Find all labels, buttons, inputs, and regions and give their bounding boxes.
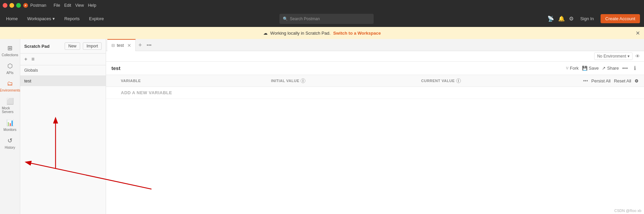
banner-close-button[interactable]: ✕ bbox=[636, 30, 640, 36]
table-more-button[interactable]: ••• bbox=[583, 78, 588, 83]
fork-icon: ⑂ bbox=[566, 66, 569, 71]
tab-overflow-button[interactable]: ••• bbox=[144, 42, 154, 48]
search-icon: 🔍 bbox=[283, 16, 288, 21]
cloud-icon: ☁ bbox=[263, 31, 268, 36]
col-initial-header: INITIAL VALUE i bbox=[271, 78, 421, 83]
col-variable-header: VARIABLE bbox=[121, 79, 271, 83]
minimize-button[interactable] bbox=[9, 3, 14, 8]
sidebar-toolbar: + ≡ bbox=[20, 54, 106, 65]
tab-close-button[interactable]: ✕ bbox=[127, 43, 131, 48]
initial-value-info-icon[interactable]: i bbox=[301, 78, 305, 83]
table-header: VARIABLE INITIAL VALUE i CURRENT VALUE i… bbox=[106, 75, 644, 87]
env-selector-bar: No Environment ▾ 👁 bbox=[106, 51, 644, 62]
sidebar-item-history[interactable]: ↺ History bbox=[1, 134, 20, 152]
request-header: test ⑂ Fork 💾 Save ↗ Share ••• ℹ bbox=[106, 62, 644, 75]
environment-test-item[interactable]: test bbox=[20, 76, 106, 86]
bottom-bar: CSDN @Roo xb bbox=[612, 207, 644, 214]
banner-text: Working locally in Scratch Pad. bbox=[270, 31, 331, 36]
apis-icon: ⬡ bbox=[7, 62, 13, 70]
top-nav: Home Workspaces ▾ Reports Explore 🔍 Sear… bbox=[0, 11, 644, 27]
menu-edit[interactable]: Edit bbox=[64, 3, 71, 8]
col-current-header: CURRENT VALUE i bbox=[421, 78, 571, 83]
app-logo: P bbox=[23, 3, 28, 8]
table-col-actions: ••• Persist All Reset All ⚙ bbox=[571, 78, 639, 83]
svg-text:P: P bbox=[25, 4, 27, 7]
new-tab-button[interactable]: + bbox=[136, 39, 145, 51]
chevron-down-icon: ▾ bbox=[628, 54, 630, 59]
current-value-info-icon[interactable]: i bbox=[456, 78, 461, 83]
settings-icon[interactable]: ⚙ bbox=[569, 15, 574, 22]
filter-button[interactable]: ≡ bbox=[30, 56, 36, 63]
notification-bell-icon[interactable]: 🔔 bbox=[558, 15, 565, 22]
nav-explore[interactable]: Explore bbox=[87, 15, 106, 23]
sign-in-button[interactable]: Sign In bbox=[578, 15, 597, 23]
credit-text: CSDN @Roo xb bbox=[614, 209, 641, 213]
sidebar-header: Scratch Pad New Import bbox=[20, 39, 106, 54]
environment-selector[interactable]: No Environment ▾ bbox=[594, 52, 633, 60]
chevron-down-icon: ▾ bbox=[53, 16, 55, 21]
tab-env-icon: ⊟ bbox=[111, 43, 115, 48]
mock-servers-icon: ⬜ bbox=[6, 98, 14, 105]
variable-table: VARIABLE INITIAL VALUE i CURRENT VALUE i… bbox=[106, 75, 644, 214]
nav-reports[interactable]: Reports bbox=[62, 15, 82, 23]
globals-item[interactable]: Globals bbox=[20, 65, 106, 76]
title-bar: P Postman File Edit View Help bbox=[0, 0, 644, 11]
nav-home[interactable]: Home bbox=[4, 15, 20, 23]
maximize-button[interactable] bbox=[16, 3, 21, 8]
create-account-button[interactable]: Create Account bbox=[601, 14, 640, 23]
add-variable-row[interactable]: Add a new variable bbox=[106, 87, 644, 99]
sidebar-item-collections[interactable]: ⊞ Collections bbox=[1, 42, 20, 60]
satellite-icon[interactable]: 📡 bbox=[547, 15, 554, 22]
switch-workspace-link[interactable]: Switch to a Workspace bbox=[333, 31, 381, 36]
sidebar-icons: ⊞ Collections ⬡ APIs 🗂 Environments ⬜ Mo… bbox=[0, 39, 20, 214]
app-name: Postman bbox=[30, 3, 46, 8]
import-button[interactable]: Import bbox=[83, 42, 102, 50]
add-environment-button[interactable]: + bbox=[23, 56, 29, 63]
reset-all-button[interactable]: Reset All bbox=[614, 78, 631, 83]
more-options-button[interactable]: ••• bbox=[622, 65, 628, 71]
sidebar-panel: Scratch Pad New Import + ≡ Globals test bbox=[20, 39, 106, 214]
content-area: ⊟ test ✕ + ••• No Environment ▾ 👁 test ⑂… bbox=[106, 39, 644, 214]
history-icon: ↺ bbox=[7, 137, 12, 144]
persist-all-button[interactable]: Persist All bbox=[591, 78, 611, 83]
tab-bar: ⊟ test ✕ + ••• bbox=[106, 39, 644, 51]
scratch-pad-banner: ☁ Working locally in Scratch Pad. Switch… bbox=[0, 27, 644, 39]
menu-view[interactable]: View bbox=[75, 3, 84, 8]
eye-icon[interactable]: 👁 bbox=[635, 54, 640, 59]
sidebar-item-monitors[interactable]: 📊 Monitors bbox=[1, 116, 20, 134]
sidebar-item-mock-servers[interactable]: ⬜ Mock Servers bbox=[1, 95, 20, 116]
search-bar[interactable]: 🔍 Search Postman bbox=[279, 14, 374, 24]
close-button[interactable] bbox=[3, 3, 7, 8]
env-label: No Environment bbox=[597, 54, 626, 59]
sidebar-title: Scratch Pad bbox=[24, 44, 49, 49]
environments-icon: 🗂 bbox=[7, 80, 13, 87]
info-button[interactable]: ℹ bbox=[631, 65, 639, 71]
share-button[interactable]: ↗ Share bbox=[602, 66, 619, 71]
main-layout: ⊞ Collections ⬡ APIs 🗂 Environments ⬜ Mo… bbox=[0, 39, 644, 214]
collections-icon: ⊞ bbox=[7, 44, 12, 52]
menu-help[interactable]: Help bbox=[88, 3, 96, 8]
add-variable-placeholder: Add a new variable bbox=[121, 90, 172, 95]
sidebar-item-apis[interactable]: ⬡ APIs bbox=[1, 60, 20, 77]
table-settings-icon[interactable]: ⚙ bbox=[635, 78, 639, 83]
fork-button[interactable]: ⑂ Fork bbox=[566, 66, 579, 71]
sidebar-item-environments[interactable]: 🗂 Environments bbox=[1, 77, 20, 95]
save-button[interactable]: 💾 Save bbox=[582, 66, 599, 71]
monitors-icon: 📊 bbox=[6, 119, 14, 127]
menu-file[interactable]: File bbox=[54, 3, 60, 8]
request-name: test bbox=[111, 65, 121, 71]
new-button[interactable]: New bbox=[65, 42, 80, 50]
tab-label: test bbox=[117, 43, 124, 48]
share-icon: ↗ bbox=[602, 66, 606, 71]
tab-test[interactable]: ⊟ test ✕ bbox=[107, 39, 136, 51]
nav-workspaces[interactable]: Workspaces ▾ bbox=[25, 15, 57, 23]
save-icon: 💾 bbox=[582, 66, 587, 71]
